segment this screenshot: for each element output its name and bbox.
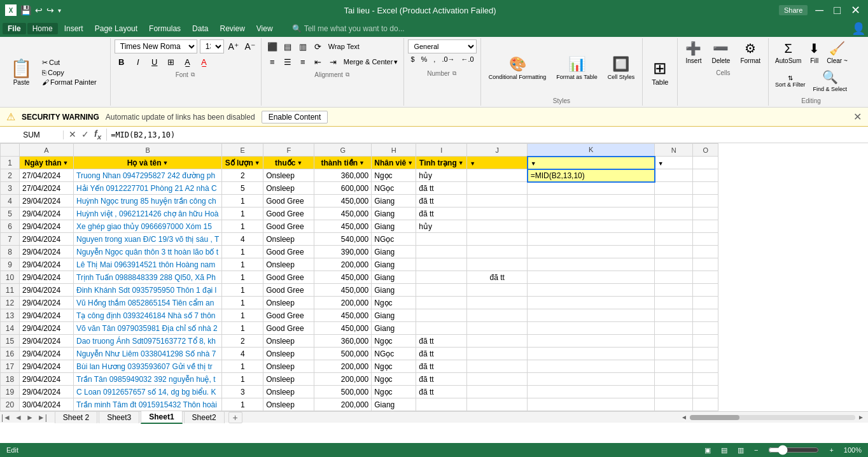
cell-B8[interactable]: Nguyễn Ngọc quân thôn 3 tt hoàn lão bố t <box>74 246 222 258</box>
cell-I4[interactable]: đã tt <box>416 195 467 207</box>
cell-H3[interactable]: NGọc <box>372 182 416 195</box>
cell-H10[interactable]: Giang <box>372 271 416 284</box>
sheet-nav-first[interactable]: |◄ <box>0 413 12 422</box>
increase-font-size-button[interactable]: A⁺ <box>227 39 241 53</box>
cell-J20[interactable] <box>467 398 528 411</box>
cell-I18[interactable]: đã tt <box>416 373 467 386</box>
cell-J16[interactable] <box>467 348 528 360</box>
cell-N3[interactable] <box>655 182 693 195</box>
cell-J18[interactable] <box>467 373 528 386</box>
cell-G2[interactable]: 360,000 <box>314 169 372 182</box>
cell-I19[interactable]: đã tt <box>416 386 467 398</box>
zoom-in-button[interactable]: + <box>829 446 833 454</box>
menu-review[interactable]: Review <box>214 23 249 34</box>
cell-G16[interactable]: 500,000 <box>314 348 372 360</box>
cell-K17[interactable] <box>528 360 655 373</box>
cell-K7[interactable] <box>528 233 655 246</box>
quick-save-icon[interactable]: 💾 <box>20 5 31 15</box>
cell-E12[interactable]: 1 <box>222 297 263 309</box>
underline-button[interactable]: U <box>148 55 162 69</box>
cut-button[interactable]: ✂ Cut <box>40 58 99 67</box>
cell-G4[interactable]: 450,000 <box>314 195 372 207</box>
cell-A10[interactable]: 29/04/2024 <box>20 271 74 284</box>
cell-J6[interactable] <box>467 220 528 233</box>
cell-K12[interactable]: 🧑‍💻 ThuthuatOffice THUAT CUA BAN CONG BO <box>528 297 655 309</box>
cell-E19[interactable]: 3 <box>222 386 263 398</box>
cell-K16[interactable] <box>528 348 655 360</box>
cell-E10[interactable]: 1 <box>222 271 263 284</box>
header-E-dropdown-icon[interactable]: ▼ <box>255 160 260 166</box>
cell-H9[interactable]: Giang <box>372 258 416 271</box>
sheet-nav-prev[interactable]: ◄ <box>13 413 24 422</box>
cell-H7[interactable]: NGọc <box>372 233 416 246</box>
cell-E16[interactable]: 4 <box>222 348 263 360</box>
menu-file[interactable]: File <box>3 23 26 34</box>
fill-button[interactable]: ⬇ Fill <box>806 39 822 66</box>
cell-I16[interactable]: đã tt <box>416 348 467 360</box>
menu-view[interactable]: View <box>251 23 278 34</box>
cell-J19[interactable] <box>467 386 528 398</box>
cell-A20[interactable]: 30/04/2024 <box>20 398 74 411</box>
cell-E11[interactable]: 1 <box>222 284 263 297</box>
cell-G5[interactable]: 450,000 <box>314 207 372 220</box>
cell-A18[interactable]: 29/04/2024 <box>20 373 74 386</box>
header-J[interactable]: ▼ <box>467 157 528 169</box>
cell-A16[interactable]: 29/04/2024 <box>20 348 74 360</box>
cell-N16[interactable] <box>655 348 693 360</box>
header-E[interactable]: Số lượn ▼ <box>222 157 263 169</box>
enable-content-button[interactable]: Enable Content <box>262 111 328 123</box>
sheet-nav-last[interactable]: ►| <box>36 413 48 422</box>
cell-H2[interactable]: Ngọc <box>372 169 416 182</box>
decrease-decimal-button[interactable]: ←.0 <box>459 55 477 67</box>
cell-F9[interactable]: Onsleep <box>263 258 314 271</box>
cell-A14[interactable]: 29/04/2024 <box>20 322 74 335</box>
cell-A11[interactable]: 29/04/2024 <box>20 284 74 297</box>
cell-H6[interactable]: Giang <box>372 220 416 233</box>
cell-F7[interactable]: Onsleep <box>263 233 314 246</box>
paste-button[interactable]: 📋 Paste <box>5 39 38 104</box>
cancel-formula-button[interactable]: ✕ <box>67 129 78 139</box>
cell-K11[interactable] <box>528 284 655 297</box>
header-F[interactable]: thuốc ▼ <box>263 157 314 169</box>
cell-N12[interactable] <box>655 297 693 309</box>
font-size-select[interactable]: 13 <box>200 39 224 53</box>
cell-G15[interactable]: 360,000 <box>314 335 372 348</box>
cell-E5[interactable]: 1 <box>222 207 263 220</box>
cell-A12[interactable]: 29/04/2024 <box>20 297 74 309</box>
cell-F14[interactable]: Good Gree <box>263 322 314 335</box>
decrease-font-size-button[interactable]: A⁻ <box>243 39 257 53</box>
cell-K14[interactable] <box>528 322 655 335</box>
cell-N13[interactable] <box>655 309 693 322</box>
currency-button[interactable]: $ <box>408 55 417 67</box>
cell-I20[interactable] <box>416 398 467 411</box>
cell-B2[interactable]: Truong Nhan 0947295827 242 đường ph <box>74 169 222 182</box>
cell-G6[interactable]: 450,000 <box>314 220 372 233</box>
decrease-indent-button[interactable]: ⇤ <box>311 55 325 69</box>
border-button[interactable]: ⊞ <box>164 55 178 69</box>
menu-formulas[interactable]: Formulas <box>144 23 186 34</box>
cell-F6[interactable]: Good Gree <box>263 220 314 233</box>
name-box[interactable]: SUM <box>0 130 64 139</box>
cell-G11[interactable]: 450,000 <box>314 284 372 297</box>
merge-center-dropdown-icon[interactable]: ▾ <box>394 58 398 66</box>
merge-center-button[interactable]: Merge & Center ▾ <box>342 57 400 67</box>
align-middle-button[interactable]: ▤ <box>281 39 295 53</box>
header-A-dropdown-icon[interactable]: ▼ <box>63 160 69 166</box>
header-H-dropdown-icon[interactable]: ▼ <box>407 160 413 166</box>
cell-G19[interactable]: 500,000 <box>314 386 372 398</box>
align-center-button[interactable]: ☰ <box>281 55 295 69</box>
wrap-text-button[interactable]: Wrap Text <box>326 42 361 51</box>
cell-I7[interactable] <box>416 233 467 246</box>
cell-H16[interactable]: NGọc <box>372 348 416 360</box>
cell-F5[interactable]: Good Gree <box>263 207 314 220</box>
col-header-K[interactable]: K <box>528 144 655 157</box>
cell-A8[interactable]: 29/04/2024 <box>20 246 74 258</box>
insert-function-button[interactable]: fx <box>93 129 102 141</box>
comma-button[interactable]: , <box>431 55 438 67</box>
status-normal-view[interactable]: ▣ <box>704 446 711 454</box>
cell-A4[interactable]: 29/04/2024 <box>20 195 74 207</box>
cell-H13[interactable]: Giang <box>372 309 416 322</box>
cell-H5[interactable]: Giang <box>372 207 416 220</box>
cell-H20[interactable]: Giang <box>372 398 416 411</box>
cell-H18[interactable]: Ngọc <box>372 373 416 386</box>
